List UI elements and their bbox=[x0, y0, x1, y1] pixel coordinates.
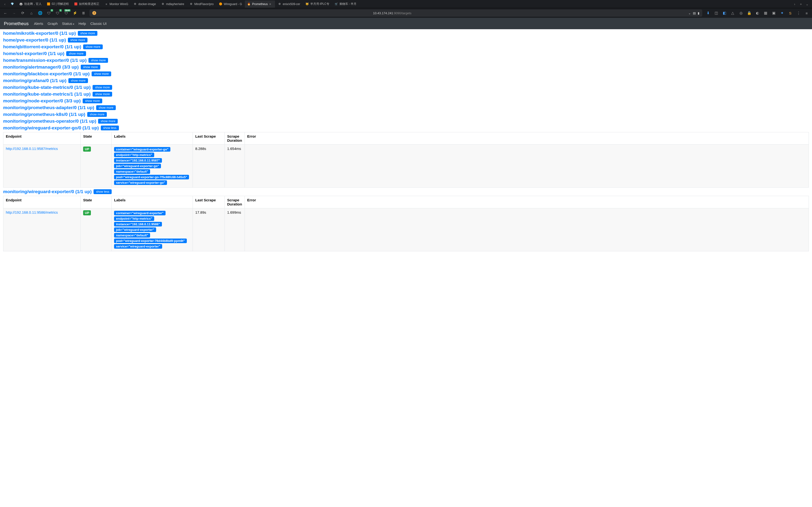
ext-b-icon[interactable]: ◎ bbox=[738, 10, 744, 16]
puzzle-icon[interactable]: ✦ bbox=[779, 10, 785, 16]
show-more-button[interactable]: show more bbox=[68, 78, 88, 83]
prometheus-brand[interactable]: Prometheus bbox=[4, 21, 29, 26]
ext-icon-3[interactable]: 🛡1 bbox=[55, 10, 60, 16]
target-group: monitoring/grafana/0 (1/1 up)show more bbox=[3, 78, 809, 83]
target-group: monitoring/kube-state-metrics/0 (1/1 up)… bbox=[3, 85, 809, 90]
reader-icon[interactable]: ▤ bbox=[693, 11, 696, 15]
show-more-button[interactable]: show more bbox=[78, 31, 97, 36]
pocket-icon[interactable]: ⌄ bbox=[688, 11, 691, 15]
tab-title: Monitor WireG bbox=[109, 2, 128, 6]
target-group-title[interactable]: monitoring/kube-state-metrics/1 (1/1 up) bbox=[3, 92, 91, 97]
show-more-button[interactable]: show more bbox=[89, 58, 108, 63]
download-icon[interactable]: ⬇ bbox=[705, 10, 711, 16]
target-group-title[interactable]: monitoring/prometheus-k8s/0 (1/1 up) bbox=[3, 112, 85, 117]
show-more-button[interactable]: show more bbox=[96, 105, 116, 110]
browser-tab[interactable]: ⚙mdlayher/wire bbox=[159, 0, 187, 8]
reload-icon[interactable]: ⟳ bbox=[20, 10, 26, 16]
nav-status[interactable]: Status bbox=[62, 20, 75, 26]
tab-title: MindFlavor/pro bbox=[194, 2, 214, 6]
target-group-title[interactable]: monitoring/prometheus-operator/0 (1/1 up… bbox=[3, 119, 96, 124]
nav-classic-ui[interactable]: Classic UI bbox=[90, 20, 107, 26]
browser-tab[interactable]: 🟧02 | 理解进程 bbox=[45, 0, 71, 8]
tab-history-back-icon[interactable]: ‹ bbox=[2, 1, 8, 7]
target-group-title[interactable]: monitoring/wireguard-exporter/0 (1/1 up) bbox=[3, 189, 92, 194]
browser-tab[interactable]: 🐼别走啊，官人 bbox=[17, 0, 44, 8]
ext-icon-4[interactable]: 🛡3640 bbox=[63, 10, 69, 16]
ext-icon-2[interactable]: 🛡3 bbox=[46, 10, 52, 16]
show-more-button[interactable]: show more bbox=[92, 71, 111, 76]
tab-favicon-icon: 🟠 bbox=[219, 2, 222, 6]
browser-toolbar: ← → ⟳ ⌂ 🌐 🛡3 🛡1 🛡3640 ⚡ ⛨ ! 10.43.174.24… bbox=[0, 8, 812, 18]
shield-icon[interactable]: ⛨ bbox=[81, 10, 87, 16]
label-pill: endpoint="http-metrics" bbox=[114, 153, 154, 157]
more-icon[interactable]: ⋮ bbox=[796, 10, 801, 16]
show-more-button[interactable]: show more bbox=[87, 112, 107, 117]
tab-close-icon[interactable]: × bbox=[269, 2, 272, 6]
target-group-title[interactable]: monitoring/kube-state-metrics/0 (1/1 up) bbox=[3, 85, 91, 90]
browser-tab[interactable]: ⚙enix/x509-cer bbox=[275, 0, 303, 8]
browser-tab[interactable]: 🐱半月湾-IPLC专 bbox=[303, 0, 332, 8]
show-more-button[interactable]: show more bbox=[98, 119, 118, 124]
label-pill: pod="wireguard-exporter-78d44b8bd9-ppm9t… bbox=[114, 238, 187, 243]
target-group-title[interactable]: monitoring/node-exporter/0 (3/3 up) bbox=[3, 98, 81, 103]
ext-e-icon[interactable]: ▦ bbox=[763, 10, 768, 16]
target-group-title[interactable]: home/ssl-exporter/0 (1/1 up) bbox=[3, 51, 64, 56]
flash-icon[interactable]: ⚡ bbox=[72, 10, 78, 16]
show-more-button[interactable]: show more bbox=[93, 92, 112, 97]
target-group-title[interactable]: home/mikrotik-exporter/0 (1/1 up) bbox=[3, 31, 76, 36]
home-icon[interactable]: ⌂ bbox=[29, 10, 34, 16]
table-header: Labels bbox=[112, 196, 193, 208]
container-icon[interactable]: ◧ bbox=[722, 10, 727, 16]
target-group-title[interactable]: monitoring/prometheus-adapter/0 (1/1 up) bbox=[3, 105, 94, 110]
bookmark-icon[interactable]: ▮ bbox=[698, 11, 699, 15]
target-group-title[interactable]: monitoring/grafana/0 (1/1 up) bbox=[3, 78, 66, 83]
target-group: monitoring/alertmanager/0 (3/3 up)show m… bbox=[3, 64, 809, 70]
endpoint-link[interactable]: http://192.168.0.11:9587/metrics bbox=[6, 147, 58, 151]
browser-tab[interactable]: 💎 bbox=[8, 0, 16, 8]
show-less-button[interactable]: show less bbox=[94, 189, 112, 194]
ext-a-icon[interactable]: △ bbox=[730, 10, 735, 16]
browser-tab[interactable]: ⚙docker-image bbox=[131, 0, 158, 8]
tab-favicon-icon: 🔥 bbox=[247, 2, 251, 6]
show-more-button[interactable]: show more bbox=[66, 51, 86, 56]
browser-tab[interactable]: ≡Monitor WireG bbox=[102, 0, 131, 8]
ext-f-icon[interactable]: ▣ bbox=[771, 10, 777, 16]
show-less-button[interactable]: show less bbox=[101, 125, 119, 130]
browser-tab[interactable]: 🛒购物车 - 半月 bbox=[332, 0, 359, 8]
browser-tab[interactable]: 🟥如何检查进程正 bbox=[72, 0, 102, 8]
tab-list-icon[interactable]: ⌄ bbox=[804, 1, 810, 7]
show-more-button[interactable]: show more bbox=[83, 99, 102, 103]
show-more-button[interactable]: show more bbox=[81, 65, 100, 69]
table-header: Last Scrape bbox=[193, 196, 225, 208]
label-pill: container="wireguard-exporter-go" bbox=[114, 147, 170, 152]
label-pill: pod="wireguard-exporter-go-7f5c88fc68-h4… bbox=[114, 175, 189, 179]
browser-tab[interactable]: 🟠Wireguard - G bbox=[216, 0, 244, 8]
target-group-title[interactable]: monitoring/alertmanager/0 (3/3 up) bbox=[3, 64, 79, 69]
tab-history-fwd-icon[interactable]: › bbox=[792, 1, 798, 7]
browser-tab[interactable]: 🔥Prometheus× bbox=[245, 0, 275, 8]
show-more-button[interactable]: show more bbox=[68, 38, 88, 43]
nav-back-icon[interactable]: ← bbox=[2, 10, 8, 16]
url-bar[interactable]: ! 10.43.174.241:9090/targets ⌄ ▤ ▮ bbox=[89, 9, 702, 17]
nav-alerts[interactable]: Alerts bbox=[33, 20, 44, 26]
ext-icon-1[interactable]: 🌐 bbox=[37, 10, 43, 16]
tab-favicon-icon: 🟥 bbox=[74, 2, 78, 6]
ext-c-icon[interactable]: 🔒 bbox=[746, 10, 752, 16]
browser-tab[interactable]: ⚙MindFlavor/pro bbox=[187, 0, 216, 8]
menu-icon[interactable]: ≡ bbox=[804, 10, 810, 16]
show-more-button[interactable]: show more bbox=[93, 85, 112, 90]
target-group: home/pve-exporter/0 (1/1 up)show more bbox=[3, 38, 809, 43]
show-more-button[interactable]: show more bbox=[83, 44, 103, 49]
ext-d-icon[interactable]: ◐ bbox=[755, 10, 760, 16]
new-tab-icon[interactable]: + bbox=[798, 1, 804, 7]
target-group-title[interactable]: home/transmission-exporter/0 (1/1 up) bbox=[3, 58, 87, 63]
save-icon[interactable]: ◫ bbox=[713, 10, 719, 16]
nav-graph[interactable]: Graph bbox=[47, 20, 58, 26]
target-group-title[interactable]: monitoring/wireguard-exporter-go/0 (1/1 … bbox=[3, 125, 99, 130]
target-group-title[interactable]: home/pve-exporter/0 (1/1 up) bbox=[3, 38, 66, 43]
endpoint-link[interactable]: http://192.168.0.11:9586/metrics bbox=[6, 210, 58, 214]
target-group-title[interactable]: monitoring/blackbox-exporter/0 (1/1 up) bbox=[3, 71, 90, 76]
nav-help[interactable]: Help bbox=[78, 20, 87, 26]
target-group-title[interactable]: home/qbittorrent-exporter/0 (1/1 up) bbox=[3, 44, 81, 49]
ext-g-icon[interactable]: S bbox=[788, 10, 793, 16]
